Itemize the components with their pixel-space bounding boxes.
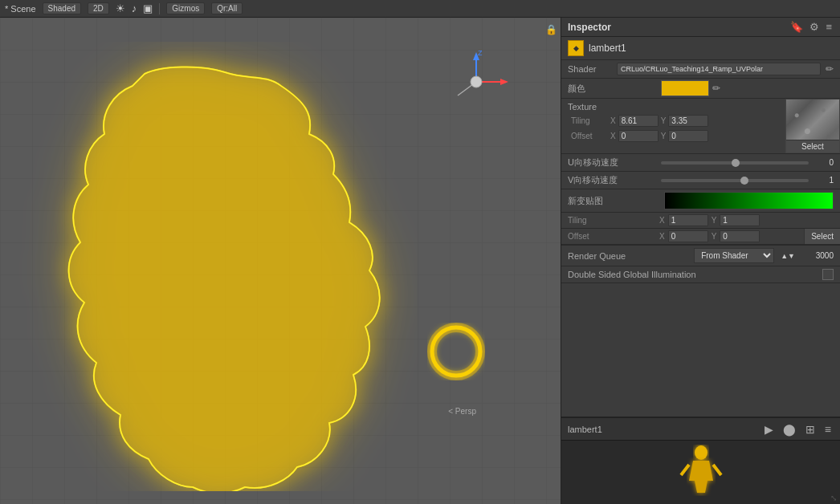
ramp-label: 新变贴图: [568, 195, 664, 207]
lock-icon: 🔒: [545, 24, 557, 35]
sphere-btn[interactable]: ⬤: [781, 423, 798, 436]
v-speed-label: V向移动速度: [568, 174, 656, 186]
u-speed-label: U向移动速度: [568, 156, 656, 169]
inspector-title: Inspector: [568, 22, 785, 33]
texture-label: Texture: [568, 100, 782, 113]
ramp-header: 新变贴图: [561, 189, 840, 213]
svg-text:Z: Z: [478, 49, 483, 57]
tiling-row: Tiling X Y: [568, 113, 782, 128]
color-row: 颜色 ✏: [561, 79, 840, 99]
inspector-header: Inspector 🔖 ⚙ ≡: [561, 18, 840, 37]
v-speed-track[interactable]: [661, 179, 809, 182]
svg-point-8: [471, 76, 482, 87]
dimension-btn[interactable]: 2D: [88, 2, 109, 14]
play-btn[interactable]: ▶: [762, 423, 776, 436]
inspector-body: ◆ lambert1 Shader CRLuo/CRLuo_Teaching14…: [561, 37, 840, 417]
ramp-offset-y[interactable]: [720, 230, 760, 242]
u-speed-row: U向移动速度 0: [561, 154, 840, 172]
persp-label: < Persp: [448, 407, 476, 416]
double-sided-row: Double Sided Global Illumination: [561, 266, 840, 283]
offset-x-input[interactable]: [618, 130, 659, 142]
ds-checkbox[interactable]: [822, 269, 834, 280]
ramp-tiling-y[interactable]: [720, 214, 760, 226]
preview-thumb-area: [561, 440, 840, 504]
shader-value[interactable]: CRLuo/CRLuo_Teaching14_Ramp_UVPolar: [617, 63, 821, 75]
sun-icon: ☀: [116, 2, 125, 14]
audio-icon: ♪: [132, 2, 137, 14]
tiling-sub-label: Tiling: [571, 116, 607, 125]
u-speed-track[interactable]: [661, 161, 809, 165]
divider: [159, 3, 160, 14]
color-content: ✏: [658, 79, 840, 98]
material-name: lambert1: [589, 43, 834, 54]
tiling-coords: X Y: [610, 115, 779, 127]
v-speed-value: 1: [813, 176, 834, 185]
image-icon: ▣: [143, 2, 153, 14]
africa-mesh: [16, 42, 434, 491]
v-speed-thumb[interactable]: [740, 177, 748, 185]
view-mode-btn[interactable]: Shaded: [43, 2, 81, 14]
u-speed-thumb[interactable]: [732, 159, 740, 167]
texture-select-btn[interactable]: Select: [786, 140, 839, 152]
offset-row: Offset X Y: [568, 128, 782, 144]
render-queue-dropdown[interactable]: From Shader: [694, 248, 774, 263]
gizmos-btn[interactable]: Gizmos: [166, 2, 205, 14]
ramp-offset-x[interactable]: [668, 230, 708, 242]
ramp-tiling-x[interactable]: [668, 214, 708, 226]
render-queue-value: 3000: [801, 251, 834, 260]
ramp-tiling-row: Tiling X Y: [561, 213, 840, 229]
svg-point-1: [432, 327, 480, 376]
svg-line-11: [713, 465, 721, 475]
inspector-settings-btn[interactable]: ⚙: [808, 21, 821, 33]
svg-marker-6: [500, 79, 508, 85]
shader-row: Shader CRLuo/CRLuo_Teaching14_Ramp_UVPol…: [561, 60, 840, 79]
color-swatch[interactable]: [661, 80, 709, 96]
offset-sub-label: Offset: [571, 132, 607, 140]
v-speed-row: V向移动速度 1: [561, 172, 840, 189]
u-speed-value: 0: [813, 158, 834, 167]
scene-viewport[interactable]: Z < Persp 🔒: [0, 18, 561, 504]
top-bar: * Scene Shaded 2D ☀ ♪ ▣ Gizmos Qr:All: [0, 0, 840, 18]
render-queue-label: Render Queue: [568, 251, 689, 261]
color-label: 颜色: [561, 79, 658, 98]
material-header: ◆ lambert1: [561, 37, 840, 60]
color-edit-btn[interactable]: ✏: [712, 83, 720, 94]
search-btn[interactable]: Qr:All: [211, 2, 243, 14]
material-icon: ◆: [568, 40, 584, 56]
material-preview-thumb: [677, 445, 725, 501]
scene-tab-label: * Scene: [5, 4, 36, 14]
ramp-offset-label: Offset: [568, 232, 656, 241]
resize-handle[interactable]: ⤡: [830, 494, 837, 502]
grid-btn[interactable]: ⊞: [803, 423, 818, 436]
circle-mesh: [424, 319, 488, 384]
inspector-icons: 🔖 ⚙ ≡: [789, 21, 834, 33]
inspector-bookmark-btn[interactable]: 🔖: [789, 21, 805, 33]
inspector-panel: Inspector 🔖 ⚙ ≡ ◆ lambert1 Shader CRLuo/…: [561, 18, 840, 504]
tiling-x-input[interactable]: [618, 115, 659, 127]
render-queue-row: Render Queue From Shader ▲▼ 3000: [561, 246, 840, 266]
ramp-tiling-label: Tiling: [568, 216, 656, 225]
inspector-menu-btn[interactable]: ≡: [824, 21, 834, 33]
tiling-y-input[interactable]: [668, 115, 708, 127]
ds-label: Double Sided Global Illumination: [568, 270, 818, 279]
scene-gizmo[interactable]: Z: [440, 46, 512, 118]
texture-row: Texture Tiling X Y: [561, 99, 840, 154]
svg-line-10: [681, 465, 689, 475]
offset-y-input[interactable]: [668, 130, 708, 142]
ramp-section: 新变贴图 Tiling X Y Offset X: [561, 189, 840, 246]
menu-btn[interactable]: ≡: [822, 423, 834, 436]
ramp-preview: [664, 192, 834, 209]
shader-label: Shader: [568, 64, 612, 74]
preview-bar: lambert1 ▶ ⬤ ⊞ ≡: [561, 417, 840, 440]
inspector-bottom: lambert1 ▶ ⬤ ⊞ ≡: [561, 417, 840, 504]
preview-name: lambert1: [568, 425, 757, 434]
ramp-select-btn[interactable]: Select: [804, 229, 840, 244]
texture-preview: Select: [785, 99, 840, 153]
shader-edit-btn[interactable]: ✏: [826, 63, 834, 75]
svg-point-9: [695, 445, 707, 460]
offset-coords: X Y: [610, 130, 779, 142]
ramp-offset-row: Offset X Y Select: [561, 229, 840, 245]
